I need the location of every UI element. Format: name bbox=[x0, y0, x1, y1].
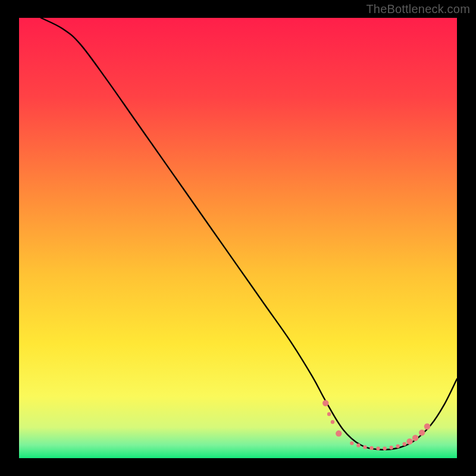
marker-dot bbox=[376, 447, 380, 450]
marker-dot bbox=[327, 412, 331, 416]
marker-dot bbox=[350, 441, 353, 445]
marker-dot bbox=[356, 443, 360, 447]
marker-dot bbox=[406, 439, 412, 444]
marker-dot bbox=[419, 430, 425, 436]
marker-dot bbox=[412, 435, 418, 441]
marker-dot bbox=[383, 447, 386, 450]
chart-stage: TheBottleneck.com bbox=[0, 0, 476, 476]
marker-dot bbox=[331, 420, 334, 424]
marker-dot bbox=[336, 430, 342, 436]
marker-dot bbox=[322, 400, 328, 406]
chart-plot bbox=[19, 18, 457, 458]
chart-svg bbox=[19, 18, 457, 458]
marker-dot bbox=[396, 444, 399, 448]
marker-dot bbox=[363, 445, 367, 449]
gradient-background bbox=[19, 18, 457, 458]
marker-dot bbox=[389, 446, 393, 449]
marker-dot bbox=[424, 424, 430, 430]
marker-dot bbox=[402, 442, 406, 446]
watermark-text: TheBottleneck.com bbox=[366, 2, 470, 16]
marker-dot bbox=[369, 446, 373, 450]
